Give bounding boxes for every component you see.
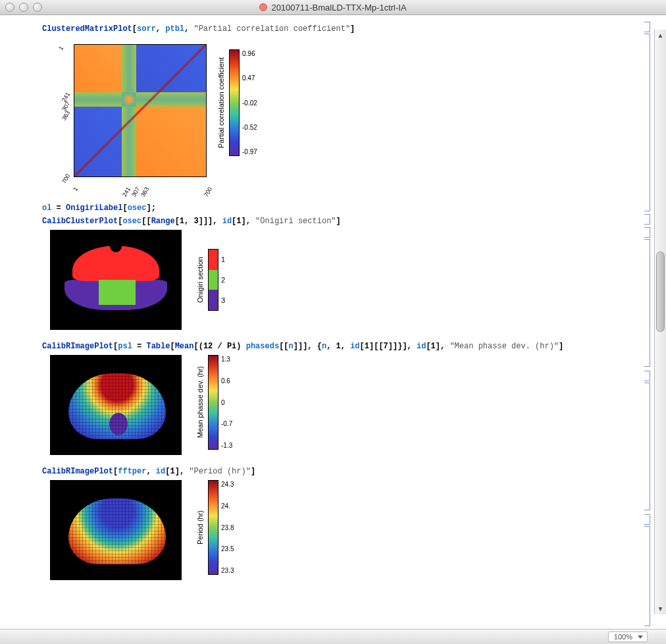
cell-bracket[interactable] xyxy=(644,383,650,510)
cb-tick: 0.6 xyxy=(221,377,232,385)
cb-tick: 23.3 xyxy=(221,567,234,574)
colorbar-strip xyxy=(229,49,240,156)
legend-item: 2 xyxy=(221,276,225,284)
cb-tick: -0.02 xyxy=(242,99,257,107)
cell-brackets xyxy=(642,15,650,608)
output-cell: Mean phasse dev. (hr) 1.3 0.6 0 -0.7 -1.… xyxy=(50,355,644,455)
cb-tick: -0.52 xyxy=(242,124,257,131)
legend: Onigiri section 1 2 3 xyxy=(196,249,225,311)
colorbar-label: Partial correlation coefficient xyxy=(217,57,225,148)
mathematica-window: 20100711-BmalLD-TTX-Mp-1ctrl-IA Clustere… xyxy=(0,0,666,644)
input-cell[interactable]: CalibRImagePlot[psl = Table[Mean[(12 / P… xyxy=(42,342,644,351)
cb-tick: 24. xyxy=(221,502,234,510)
legend-item: 3 xyxy=(221,296,225,304)
cb-tick: 23.5 xyxy=(221,545,234,552)
cell-bracket[interactable] xyxy=(644,239,650,367)
titlebar: 20100711-BmalLD-TTX-Mp-1ctrl-IA xyxy=(0,0,666,15)
statusbar: 100% xyxy=(0,629,666,644)
output-cell: Onigiri section 1 2 3 xyxy=(50,230,644,330)
notebook-inner: ClusteredMatrixPlot[sorr, ptbl, "Partial… xyxy=(0,15,666,597)
matrix-heatmap: 1 241 307 363 700 1 241 307 363 700 xyxy=(74,44,207,177)
colorbar: Partial correlation coefficient 0.96 0.4… xyxy=(217,49,257,156)
input-cell[interactable]: ClusteredMatrixPlot[sorr, ptbl, "Partial… xyxy=(42,24,644,34)
y-tick: 363 xyxy=(61,110,71,122)
vertical-scrollbar[interactable]: ▲ ▼ xyxy=(654,30,666,614)
notebook[interactable]: ClusteredMatrixPlot[sorr, ptbl, "Partial… xyxy=(0,15,666,629)
scroll-thumb[interactable] xyxy=(656,252,665,332)
cb-tick: 0.96 xyxy=(242,50,257,57)
window-title-text: 20100711-BmalLD-TTX-Mp-1ctrl-IA xyxy=(271,3,406,13)
content-area: ClusteredMatrixPlot[sorr, ptbl, "Partial… xyxy=(0,15,666,629)
clustered-matrix-plot: 1 241 307 363 700 1 241 307 363 700 xyxy=(50,38,644,192)
colorbar-strip xyxy=(208,355,218,450)
colorbar-ticks: 0.96 0.47 -0.02 -0.52 -0.97 xyxy=(242,50,257,155)
y-tick: 700 xyxy=(61,173,71,185)
y-tick: 1 xyxy=(57,45,64,51)
colorbar: Mean phasse dev. (hr) 1.3 0.6 0 -0.7 -1.… xyxy=(196,355,232,450)
phase-dev-plot: Mean phasse dev. (hr) 1.3 0.6 0 -0.7 -1.… xyxy=(50,355,644,455)
colorbar-ticks: 1.3 0.6 0 -0.7 -1.3 xyxy=(221,356,232,449)
cell-bracket[interactable] xyxy=(644,22,650,32)
x-tick: 700 xyxy=(203,186,213,198)
unsaved-indicator-icon xyxy=(259,3,267,11)
period-image xyxy=(50,480,182,580)
zoom-select[interactable]: 100% xyxy=(608,631,648,642)
colorbar-label: Period (hr) xyxy=(196,510,204,545)
phase-image xyxy=(50,355,182,455)
cell-bracket[interactable] xyxy=(644,526,650,626)
cell-bracket[interactable] xyxy=(644,34,650,211)
x-tick: 307 xyxy=(130,186,141,198)
colorbar-label: Mean phasse dev. (hr) xyxy=(196,366,204,438)
legend-label: Onigiri section xyxy=(196,257,204,303)
cb-tick: 0.47 xyxy=(242,74,257,82)
colorbar: Period (hr) 24.3 24. 23.8 23.5 23.3 xyxy=(196,480,234,575)
cb-tick: 0 xyxy=(221,399,232,406)
input-cell[interactable]: ol = OnigiriLabel[osec]; xyxy=(42,203,644,213)
cb-tick: -1.3 xyxy=(221,442,232,449)
output-cell: Period (hr) 24.3 24. 23.8 23.5 23.3 xyxy=(50,480,644,580)
output-cell: 1 241 307 363 700 1 241 307 363 700 xyxy=(50,38,644,192)
zoom-value: 100% xyxy=(614,633,632,641)
cb-tick: -0.97 xyxy=(242,148,257,155)
x-tick: 241 xyxy=(121,186,132,198)
scroll-down-arrow-icon[interactable]: ▼ xyxy=(655,603,666,614)
period-plot: Period (hr) 24.3 24. 23.8 23.5 23.3 xyxy=(50,480,644,580)
legend-item: 1 xyxy=(221,255,225,263)
cell-bracket[interactable] xyxy=(644,227,650,238)
onigiri-cluster-plot: Onigiri section 1 2 3 xyxy=(50,230,644,330)
cb-tick: -0.7 xyxy=(221,420,232,427)
colorbar-ticks: 24.3 24. 23.8 23.5 23.3 xyxy=(221,481,234,574)
window-title: 20100711-BmalLD-TTX-Mp-1ctrl-IA xyxy=(0,3,666,13)
legend-ticks: 1 2 3 xyxy=(221,250,225,310)
scroll-up-arrow-icon[interactable]: ▲ xyxy=(655,30,666,41)
x-tick: 363 xyxy=(140,186,150,198)
legend-swatch xyxy=(208,249,218,311)
cb-tick: 24.3 xyxy=(221,481,234,488)
cell-bracket[interactable] xyxy=(644,214,650,225)
cluster-image xyxy=(50,230,182,330)
input-cell[interactable]: CalibClusterPlot[osec[[Range[1, 3]]], id… xyxy=(42,217,644,226)
input-cell[interactable]: CalibRImagePlot[fftper, id[1], "Period (… xyxy=(42,467,644,476)
colorbar-strip xyxy=(208,480,218,575)
cell-bracket[interactable] xyxy=(644,514,650,525)
x-tick: 1 xyxy=(72,186,79,192)
cb-tick: 1.3 xyxy=(221,356,232,363)
cell-bracket[interactable] xyxy=(644,371,650,381)
cb-tick: 23.8 xyxy=(221,524,234,531)
